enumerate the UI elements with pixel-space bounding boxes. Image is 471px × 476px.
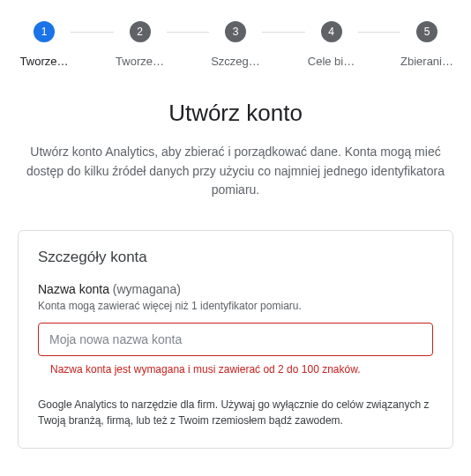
step-2[interactable]: 2 Tworze…: [114, 21, 167, 68]
field-required-text: (wymagana): [113, 282, 181, 296]
step-2-circle: 2: [130, 21, 151, 42]
field-label-text: Nazwa konta: [38, 282, 109, 296]
stepper: 1 Tworze… 2 Tworze… 3 Szczeg… 4 Cele bi……: [0, 0, 471, 68]
step-5-circle: 5: [416, 21, 437, 42]
step-5-label: Zbierani…: [400, 55, 453, 68]
step-3-label: Szczeg…: [211, 55, 260, 68]
account-name-label: Nazwa konta (wymagana): [38, 282, 433, 296]
step-3[interactable]: 3 Szczeg…: [209, 21, 262, 68]
step-line: [167, 32, 210, 33]
step-line: [262, 32, 305, 33]
step-3-circle: 3: [225, 21, 246, 42]
main-content: Utwórz konto Utwórz konto Analytics, aby…: [0, 68, 471, 200]
step-5[interactable]: 5 Zbierani…: [400, 21, 453, 68]
step-4-circle: 4: [321, 21, 342, 42]
step-4-label: Cele bi…: [308, 55, 355, 68]
account-name-input[interactable]: [38, 323, 433, 356]
account-name-hint: Konta mogą zawierać więcej niż 1 identyf…: [38, 300, 433, 312]
step-4[interactable]: 4 Cele bi…: [305, 21, 358, 68]
step-1-label: Tworze…: [20, 55, 69, 68]
step-2-label: Tworze…: [116, 55, 164, 68]
step-line: [358, 32, 401, 33]
step-1-circle: 1: [34, 21, 55, 42]
account-name-error: Nazwa konta jest wymagana i musi zawiera…: [50, 363, 433, 376]
step-line: [71, 32, 114, 33]
disclaimer-text: Google Analytics to narzędzie dla firm. …: [38, 397, 433, 428]
page-title: Utwórz konto: [25, 100, 446, 127]
account-details-card: Szczegóły konta Nazwa konta (wymagana) K…: [18, 230, 453, 449]
card-title: Szczegóły konta: [38, 249, 433, 266]
page-subtitle: Utwórz konto Analytics, aby zbierać i po…: [25, 143, 446, 200]
step-1[interactable]: 1 Tworze…: [18, 21, 71, 68]
